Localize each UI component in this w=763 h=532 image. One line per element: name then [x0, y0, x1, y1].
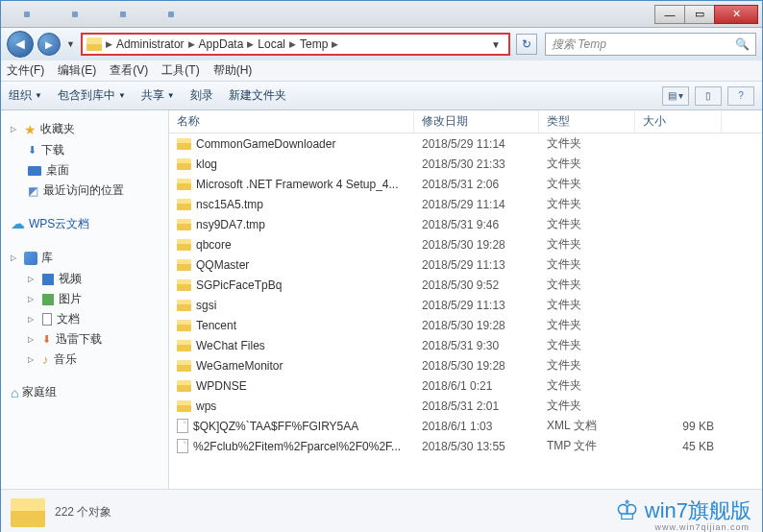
file-name: QQMaster	[196, 258, 249, 272]
file-row[interactable]: SGPicFaceTpBq2018/5/30 9:52文件夹	[169, 275, 762, 295]
file-row[interactable]: CommonGameDownloader2018/5/29 11:14文件夹	[169, 133, 762, 154]
file-row[interactable]: nsy9DA7.tmp2018/5/31 9:46文件夹	[169, 214, 762, 234]
file-row[interactable]: qbcore2018/5/30 19:28文件夹	[169, 234, 762, 254]
file-list[interactable]: 名称 修改日期 类型 大小 CommonGameDownloader2018/5…	[169, 110, 762, 489]
share-button[interactable]: 共享 ▼	[141, 87, 175, 104]
view-options-button[interactable]: ▤ ▾	[662, 86, 689, 106]
window-controls: — ▭ ✕	[655, 5, 758, 24]
navbar: ◄ ► ▼ ▶ Administrator ▶ AppData ▶ Local …	[1, 28, 762, 60]
titlebar[interactable]: — ▭ ✕	[1, 1, 762, 28]
close-button[interactable]: ✕	[714, 5, 758, 24]
file-row[interactable]: wps2018/5/31 2:01文件夹	[169, 396, 762, 416]
xunlei-icon: ⬇	[42, 333, 51, 346]
sidebar-recent[interactable]: ◩最近访问的位置	[5, 181, 164, 201]
file-row[interactable]: WPDNSE2018/6/1 0:21文件夹	[169, 375, 762, 396]
folder-icon	[177, 179, 191, 190]
file-row[interactable]: %2Fclub%2Fitem%2Fparcel%2F0%2F...2018/5/…	[169, 436, 762, 456]
sidebar-desktop[interactable]: 桌面	[5, 160, 164, 181]
file-name: WPDNSE	[196, 379, 247, 393]
sidebar-video[interactable]: ▷视频	[5, 269, 164, 289]
file-name: %2Fclub%2Fitem%2Fparcel%2F0%2F...	[193, 440, 401, 453]
column-type[interactable]: 类型	[539, 110, 635, 133]
breadcrumb-segment[interactable]: AppData	[195, 37, 248, 51]
menu-help[interactable]: 帮助(H)	[213, 62, 253, 79]
file-row[interactable]: nsc15A5.tmp2018/5/29 11:14文件夹	[169, 194, 762, 214]
menu-edit[interactable]: 编辑(E)	[58, 62, 96, 79]
sidebar-documents[interactable]: ▷文档	[5, 309, 164, 329]
file-type: 文件夹	[539, 337, 635, 353]
chevron-right-icon[interactable]: ▶	[332, 39, 338, 49]
file-row[interactable]: WeChat Files2018/5/31 9:30文件夹	[169, 335, 762, 355]
chevron-right-icon[interactable]: ▶	[247, 39, 254, 49]
sidebar-wps[interactable]: ☁WPS云文档	[5, 212, 164, 235]
file-name: Tencent	[196, 319, 236, 332]
file-type: 文件夹	[539, 317, 635, 333]
menu-tools[interactable]: 工具(T)	[161, 62, 199, 79]
file-type: 文件夹	[539, 256, 635, 273]
address-bar[interactable]: ▶ Administrator ▶ AppData ▶ Local ▶ Temp…	[81, 33, 510, 56]
file-date: 2018/5/30 19:28	[414, 238, 539, 252]
sidebar-downloads[interactable]: ⬇下载	[5, 140, 164, 160]
refresh-button[interactable]: ↻	[516, 34, 537, 55]
file-date: 2018/5/30 13:55	[414, 440, 539, 453]
include-library-button[interactable]: 包含到库中 ▼	[58, 87, 126, 104]
file-date: 2018/5/31 9:46	[414, 218, 539, 231]
back-button[interactable]: ◄	[7, 31, 34, 58]
file-type: 文件夹	[539, 176, 635, 192]
file-row[interactable]: sgsi2018/5/29 11:13文件夹	[169, 295, 762, 315]
column-date[interactable]: 修改日期	[414, 110, 539, 133]
file-name: CommonGameDownloader	[196, 137, 335, 151]
file-row[interactable]: WeGameMonitor2018/5/30 19:28文件夹	[169, 355, 762, 375]
sidebar-music[interactable]: ▷♪音乐	[5, 350, 164, 370]
file-date: 2018/5/29 11:14	[414, 137, 539, 151]
forward-button[interactable]: ►	[37, 33, 61, 56]
search-placeholder: 搜索 Temp	[552, 36, 606, 53]
sidebar-pictures[interactable]: ▷图片	[5, 289, 164, 309]
history-dropdown[interactable]: ▼	[64, 39, 77, 49]
breadcrumb-segment[interactable]: Temp	[296, 37, 332, 51]
minimize-button[interactable]: —	[654, 5, 685, 24]
organize-button[interactable]: 组织 ▼	[9, 87, 42, 104]
file-name: klog	[196, 157, 217, 171]
titlebar-tabs	[5, 8, 655, 21]
chevron-right-icon[interactable]: ▶	[188, 39, 195, 49]
folder-icon	[177, 219, 191, 230]
chevron-right-icon[interactable]: ▶	[289, 39, 296, 49]
file-row[interactable]: Tencent2018/5/30 19:28文件夹	[169, 315, 762, 335]
file-row[interactable]: Microsoft .NET Framework 4 Setup_4...201…	[169, 174, 762, 194]
file-row[interactable]: klog2018/5/30 21:33文件夹	[169, 154, 762, 174]
file-name: sgsi	[196, 299, 216, 312]
breadcrumb-segment[interactable]: Administrator	[112, 37, 188, 51]
recent-icon: ◩	[28, 184, 38, 198]
chevron-right-icon[interactable]: ▶	[106, 39, 112, 49]
burn-button[interactable]: 刻录	[190, 87, 213, 104]
address-dropdown[interactable]: ▼	[487, 39, 505, 50]
file-name: qbcore	[196, 238, 232, 252]
folder-icon	[177, 380, 191, 392]
help-button[interactable]: ?	[727, 86, 754, 106]
column-size[interactable]: 大小	[635, 110, 722, 133]
breadcrumb-segment[interactable]: Local	[254, 37, 289, 51]
file-row[interactable]: QQMaster2018/5/29 11:13文件夹	[169, 254, 762, 275]
file-date: 2018/5/29 11:13	[414, 258, 539, 272]
search-input[interactable]: 搜索 Temp 🔍	[545, 33, 756, 56]
folder-icon	[177, 158, 191, 170]
menu-file[interactable]: 文件(F)	[7, 62, 44, 79]
menu-view[interactable]: 查看(V)	[110, 62, 148, 79]
star-icon: ★	[24, 122, 37, 137]
file-date: 2018/5/30 19:28	[414, 359, 539, 373]
folder-icon	[177, 239, 191, 251]
sidebar-library[interactable]: ▷库	[5, 247, 164, 269]
file-name: wps	[196, 399, 216, 413]
sidebar-favorites[interactable]: ▷★收藏夹	[5, 118, 164, 140]
preview-pane-button[interactable]: ▯	[695, 86, 722, 106]
file-row[interactable]: $QK]QZ%`TAA$FF%FGIRY5AA2018/6/1 1:03XML …	[169, 416, 762, 436]
sidebar-homegroup[interactable]: ⌂家庭组	[5, 381, 164, 403]
new-folder-button[interactable]: 新建文件夹	[229, 87, 286, 104]
column-name[interactable]: 名称	[169, 110, 414, 133]
maximize-button[interactable]: ▭	[684, 5, 715, 24]
file-date: 2018/6/1 0:21	[414, 379, 539, 393]
menubar: 文件(F) 编辑(E) 查看(V) 工具(T) 帮助(H)	[1, 60, 762, 82]
sidebar-xunlei[interactable]: ▷⬇迅雷下载	[5, 329, 164, 350]
file-name: Microsoft .NET Framework 4 Setup_4...	[196, 178, 399, 191]
